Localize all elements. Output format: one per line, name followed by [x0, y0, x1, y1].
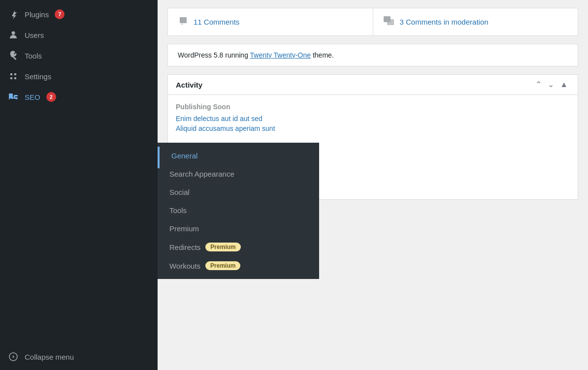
plugins-label: Plugins [25, 10, 49, 19]
widget-controls: ⌃ ⌄ ▲ [533, 80, 570, 90]
submenu-item-social[interactable]: Social [158, 183, 319, 201]
redirects-premium-badge: Premium [205, 243, 240, 251]
comments-link[interactable]: 11 Comments [194, 18, 239, 26]
tools-icon [8, 50, 19, 61]
submenu-item-workouts[interactable]: Workouts Premium [158, 256, 319, 275]
svg-rect-10 [387, 19, 394, 25]
moderation-icon [383, 15, 395, 29]
submenu-premium-label: Premium [169, 224, 199, 233]
collapse-icon [8, 351, 19, 362]
submenu-item-premium[interactable]: Premium [158, 219, 319, 238]
widget-up-button[interactable]: ⌃ [533, 80, 544, 90]
collapse-menu[interactable]: Collapse menu [0, 346, 158, 370]
sidebar-item-seo[interactable]: SEO 2 [0, 87, 158, 107]
sidebar-item-users[interactable]: Users [0, 25, 158, 45]
submenu-item-redirects[interactable]: Redirects Premium [158, 238, 319, 256]
sidebar-item-settings[interactable]: Settings [0, 66, 158, 87]
svg-point-0 [12, 31, 15, 35]
sidebar-item-tools[interactable]: Tools [0, 45, 158, 66]
settings-label: Settings [25, 72, 51, 81]
moderation-text: 3 Comments in moderation [400, 18, 489, 27]
submenu-redirects-label: Redirects [169, 243, 200, 251]
widget-expand-button[interactable]: ▲ [558, 80, 570, 90]
activity-link-0[interactable]: Enim delectus aut id aut sed [176, 115, 570, 123]
seo-submenu: General Search Appearance Social Tools P… [158, 143, 319, 279]
svg-rect-1 [10, 73, 12, 75]
comments-text: 11 Comments [194, 18, 239, 27]
users-icon [8, 30, 19, 40]
seo-icon [8, 92, 19, 102]
stats-row: 11 Comments 3 Comments in moderation [167, 8, 578, 36]
collapse-label: Collapse menu [25, 353, 74, 361]
theme-link[interactable]: Twenty Twenty-One [250, 51, 311, 59]
seo-badge: 2 [46, 92, 56, 102]
plugins-icon [8, 9, 19, 20]
users-label: Users [25, 31, 44, 39]
submenu-item-search-appearance[interactable]: Search Appearance [158, 165, 319, 183]
seo-label: SEO [25, 93, 40, 101]
comments-icon [178, 15, 189, 29]
submenu-search-appearance-label: Search Appearance [169, 170, 234, 178]
sidebar-item-plugins[interactable]: Plugins 7 [0, 4, 158, 25]
svg-rect-2 [10, 77, 12, 79]
wp-info: WordPress 5.8 running Twenty Twenty-One … [167, 44, 578, 66]
submenu-tools-label: Tools [169, 206, 187, 215]
submenu-item-general[interactable]: General [158, 147, 319, 165]
tools-label: Tools [25, 52, 42, 60]
settings-icon [8, 71, 19, 82]
widget-title: Activity [176, 81, 202, 89]
widget-header: Activity ⌃ ⌄ ▲ [168, 75, 578, 95]
svg-rect-4 [14, 77, 16, 79]
activity-link-1[interactable]: Aliquid accusamus aperiam sunt [176, 124, 570, 132]
workouts-premium-badge: Premium [205, 261, 240, 270]
publishing-soon-title: Publishing Soon [176, 103, 570, 111]
plugins-badge: 7 [55, 9, 65, 19]
submenu-item-tools[interactable]: Tools [158, 201, 319, 219]
submenu-social-label: Social [169, 188, 190, 196]
widget-down-button[interactable]: ⌄ [546, 80, 556, 90]
submenu-general-label: General [171, 152, 197, 160]
svg-rect-3 [14, 73, 16, 75]
comments-stat: 11 Comments [168, 8, 373, 35]
sidebar: Plugins 7 Users Tools Settings [0, 0, 158, 370]
submenu-workouts-label: Workouts [169, 262, 200, 270]
moderation-link[interactable]: 3 Comments in moderation [400, 18, 489, 26]
moderation-stat: 3 Comments in moderation [373, 8, 578, 35]
